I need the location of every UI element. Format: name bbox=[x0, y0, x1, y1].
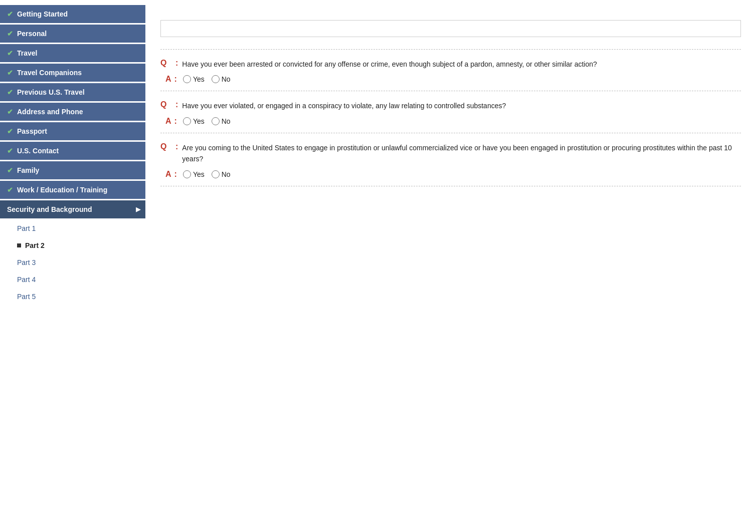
question-text-q3: Are you coming to the United States to e… bbox=[182, 142, 741, 165]
yes-option-q3[interactable]: Yes bbox=[183, 170, 205, 178]
check-icon: ✔ bbox=[7, 30, 13, 38]
yes-label-q3: Yes bbox=[193, 170, 205, 178]
no-label-q3: No bbox=[222, 170, 231, 178]
sidebar-item-label: Address and Phone bbox=[17, 108, 83, 116]
sidebar-item-label: Passport bbox=[17, 127, 47, 135]
a-colon: : bbox=[174, 75, 177, 84]
sub-item-part-1[interactable]: Part 1 bbox=[10, 220, 145, 237]
sub-items-container: Part 1Part 2Part 3Part 4Part 5 bbox=[0, 220, 145, 305]
note-box bbox=[160, 20, 741, 37]
sidebar-item-previous-us-travel[interactable]: ✔Previous U.S. Travel bbox=[0, 83, 145, 101]
yes-radio-q2[interactable] bbox=[183, 117, 191, 125]
sidebar-item-label: Getting Started bbox=[17, 10, 68, 18]
sidebar-item-us-contact[interactable]: ✔U.S. Contact bbox=[0, 142, 145, 160]
sub-item-part-3[interactable]: Part 3 bbox=[10, 254, 145, 271]
q-colon: : bbox=[175, 59, 178, 68]
check-icon: ✔ bbox=[7, 147, 13, 155]
question-text-q1: Have you ever been arrested or convicted… bbox=[182, 59, 597, 70]
q-row-q3: Q:Are you coming to the United States to… bbox=[160, 142, 741, 165]
q-label: Q bbox=[160, 142, 172, 151]
sub-item-part-5[interactable]: Part 5 bbox=[10, 288, 145, 305]
sidebar-item-family[interactable]: ✔Family bbox=[0, 161, 145, 179]
q-label: Q bbox=[160, 100, 172, 109]
no-option-q1[interactable]: No bbox=[212, 75, 231, 83]
sidebar-item-label: Security and Background bbox=[7, 205, 92, 213]
question-text-q2: Have you ever violated, or engaged in a … bbox=[182, 100, 506, 111]
sub-item-part-4[interactable]: Part 4 bbox=[10, 271, 145, 288]
a-label: A bbox=[165, 117, 171, 126]
a-row-q3: A:YesNo bbox=[160, 170, 741, 179]
yes-label-q1: Yes bbox=[193, 75, 205, 83]
no-option-q2[interactable]: No bbox=[212, 117, 231, 125]
check-icon: ✔ bbox=[7, 186, 13, 194]
sidebar-item-label: Personal bbox=[17, 30, 47, 38]
a-colon: : bbox=[174, 170, 177, 179]
sidebar-item-label: Travel Companions bbox=[17, 69, 82, 77]
yes-option-q1[interactable]: Yes bbox=[183, 75, 205, 83]
yes-option-q2[interactable]: Yes bbox=[183, 117, 205, 125]
questions-container: Q:Have you ever been arrested or convict… bbox=[160, 49, 741, 186]
q-colon: : bbox=[175, 100, 178, 109]
sub-item-label: Part 5 bbox=[17, 293, 36, 301]
sidebar-item-label: U.S. Contact bbox=[17, 147, 59, 155]
sidebar-item-label: Travel bbox=[17, 49, 37, 57]
check-icon: ✔ bbox=[7, 88, 13, 96]
sidebar-item-personal[interactable]: ✔Personal bbox=[0, 25, 145, 43]
a-colon: : bbox=[174, 117, 177, 126]
sidebar-item-passport[interactable]: ✔Passport bbox=[0, 122, 145, 140]
sidebar-item-travel[interactable]: ✔Travel bbox=[0, 44, 145, 62]
no-radio-q1[interactable] bbox=[212, 75, 220, 83]
sidebar-item-label: Family bbox=[17, 166, 39, 174]
a-label: A bbox=[165, 170, 171, 179]
check-icon: ✔ bbox=[7, 10, 13, 18]
main-content: Q:Have you ever been arrested or convict… bbox=[145, 0, 756, 532]
sidebar-item-travel-companions[interactable]: ✔Travel Companions bbox=[0, 64, 145, 82]
sidebar-item-security-and-background[interactable]: Security and Background bbox=[0, 200, 145, 218]
question-block-q1: Q:Have you ever been arrested or convict… bbox=[160, 49, 741, 91]
question-block-q2: Q:Have you ever violated, or engaged in … bbox=[160, 91, 741, 132]
sidebar-item-label: Previous U.S. Travel bbox=[17, 88, 85, 96]
sub-item-label: Part 4 bbox=[17, 276, 36, 284]
q-row-q2: Q:Have you ever violated, or engaged in … bbox=[160, 100, 741, 111]
q-colon: : bbox=[175, 142, 178, 151]
sidebar-item-address-and-phone[interactable]: ✔Address and Phone bbox=[0, 103, 145, 121]
a-row-q1: A:YesNo bbox=[160, 75, 741, 84]
question-block-q3: Q:Are you coming to the United States to… bbox=[160, 133, 741, 186]
no-label-q1: No bbox=[222, 75, 231, 83]
no-option-q3[interactable]: No bbox=[212, 170, 231, 178]
sub-item-label: Part 1 bbox=[17, 224, 36, 232]
check-icon: ✔ bbox=[7, 108, 13, 116]
sidebar: ✔Getting Started✔Personal✔Travel✔Travel … bbox=[0, 0, 145, 532]
yes-label-q2: Yes bbox=[193, 117, 205, 125]
q-row-q1: Q:Have you ever been arrested or convict… bbox=[160, 59, 741, 70]
check-icon: ✔ bbox=[7, 69, 13, 77]
check-icon: ✔ bbox=[7, 166, 13, 174]
bullet-icon bbox=[17, 243, 21, 247]
sub-item-label: Part 2 bbox=[25, 241, 45, 249]
q-label: Q bbox=[160, 59, 172, 68]
a-label: A bbox=[165, 75, 171, 84]
yes-radio-q3[interactable] bbox=[183, 170, 191, 178]
no-radio-q2[interactable] bbox=[212, 117, 220, 125]
yes-radio-q1[interactable] bbox=[183, 75, 191, 83]
a-row-q2: A:YesNo bbox=[160, 117, 741, 126]
check-icon: ✔ bbox=[7, 127, 13, 135]
sidebar-item-getting-started[interactable]: ✔Getting Started bbox=[0, 5, 145, 23]
no-radio-q3[interactable] bbox=[212, 170, 220, 178]
sidebar-item-label: Work / Education / Training bbox=[17, 186, 107, 194]
check-icon: ✔ bbox=[7, 49, 13, 57]
sidebar-item-work-education-training[interactable]: ✔Work / Education / Training bbox=[0, 181, 145, 199]
sub-item-part-2[interactable]: Part 2 bbox=[10, 237, 145, 254]
no-label-q2: No bbox=[222, 117, 231, 125]
sub-item-label: Part 3 bbox=[17, 258, 36, 267]
